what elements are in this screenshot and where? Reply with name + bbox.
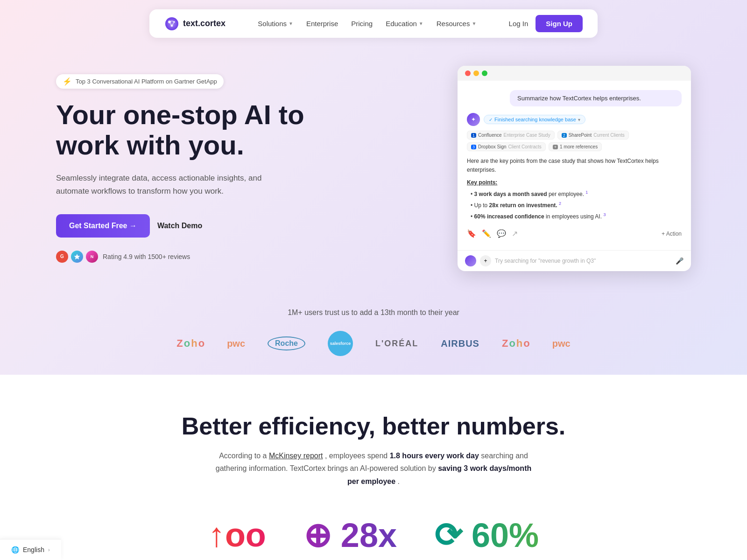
section-title: Better efficiency, better numbers. bbox=[56, 412, 691, 440]
rating-text: Rating 4.9 with 1500+ reviews bbox=[103, 253, 190, 260]
logo-icon bbox=[164, 16, 179, 31]
metric-roi: ⊕ 28x bbox=[303, 516, 397, 555]
key-points-title: Key points: bbox=[467, 179, 682, 186]
language-label: English bbox=[23, 546, 44, 553]
logos-row: Zoho pwc Roche salesforce L'ORÉAL AIRBUS… bbox=[28, 331, 719, 356]
source-sharepoint: 2 SharePoint Current Clients bbox=[557, 131, 629, 140]
nav-item-education[interactable]: Education ▼ bbox=[386, 20, 423, 28]
action-button[interactable]: + Action bbox=[662, 231, 682, 237]
mckinsey-link[interactable]: McKinsey report bbox=[269, 452, 323, 460]
mockup-input-row: + Try searching for "revenue growth in Q… bbox=[458, 250, 691, 271]
nav-item-pricing[interactable]: Pricing bbox=[351, 20, 373, 28]
logo-roche: Roche bbox=[268, 336, 305, 350]
chevron-down-icon: ▼ bbox=[289, 21, 293, 26]
bookmark-icon[interactable]: 🔖 bbox=[467, 229, 476, 238]
check-icon: ✓ bbox=[489, 117, 493, 122]
hero-title: Your one-stop AI to work with you. bbox=[56, 100, 317, 161]
key-points-list: 3 work days a month saved per employee. … bbox=[467, 189, 682, 222]
g2-logo: G bbox=[56, 251, 68, 263]
trust-title: 1M+ users trust us to add a 13th month t… bbox=[28, 308, 719, 317]
logo-zoho-2: Zoho bbox=[502, 337, 530, 350]
get-started-button[interactable]: Get Started Free → bbox=[56, 214, 150, 238]
input-avatar bbox=[465, 255, 476, 266]
hero-title-line1: Your one-stop AI to bbox=[56, 99, 304, 130]
logo-zoho-1: Zoho bbox=[176, 337, 204, 350]
chevron-down-icon-res: ▼ bbox=[472, 21, 476, 26]
source-more: + 1 more references bbox=[549, 142, 602, 151]
logo[interactable]: text.cortex bbox=[164, 16, 226, 31]
metric-days-value: ↑oo bbox=[208, 516, 266, 554]
sources-row: 1 Confluence Enterprise Case Study 2 Sha… bbox=[467, 131, 682, 151]
hero-left: ⚡ Top 3 Conversational AI Platform on Ga… bbox=[56, 74, 317, 262]
better-section: Better efficiency, better numbers. Accor… bbox=[0, 375, 747, 560]
mockup-body: Summarize how TextCortex helps enterpris… bbox=[458, 81, 691, 250]
metric-confidence-value: ⟳ 60% bbox=[434, 516, 539, 555]
login-button[interactable]: Log In bbox=[509, 20, 529, 28]
watch-demo-button[interactable]: Watch Demo bbox=[157, 222, 202, 230]
nav-item-enterprise[interactable]: Enterprise bbox=[306, 20, 338, 28]
key-point-3: 60% increased confidence in employees us… bbox=[471, 211, 682, 222]
mockup-search-field[interactable]: Try searching for "revenue growth in Q3" bbox=[495, 258, 672, 264]
hero-buttons: Get Started Free → Watch Demo bbox=[56, 214, 317, 238]
logo-pwc-2: pwc bbox=[552, 338, 571, 349]
badge-icon: ⚡ bbox=[63, 77, 72, 86]
window-maximize-dot bbox=[482, 70, 487, 76]
source-confluence: 1 Confluence Enterprise Case Study bbox=[467, 131, 555, 140]
user-query-bubble: Summarize how TextCortex helps enterpris… bbox=[510, 90, 682, 106]
metric-roi-value: ⊕ 28x bbox=[303, 516, 397, 555]
comment-icon[interactable]: 💬 bbox=[497, 229, 506, 238]
share-icon[interactable]: ↗ bbox=[512, 229, 518, 238]
svg-point-0 bbox=[165, 17, 178, 30]
globe-icon: 🌐 bbox=[11, 546, 19, 553]
mockup-window: Summarize how TextCortex helps enterpris… bbox=[458, 66, 691, 271]
mockup-reaction-buttons: 🔖 ✏️ 💬 ↗ bbox=[467, 226, 518, 241]
nav-item-resources[interactable]: Resources ▼ bbox=[437, 20, 477, 28]
metric-confidence: ⟳ 60% bbox=[434, 516, 539, 555]
hero-badge: ⚡ Top 3 Conversational AI Platform on Ga… bbox=[56, 74, 224, 89]
window-close-dot bbox=[465, 70, 471, 76]
mockup-titlebar bbox=[458, 66, 691, 81]
trust-section: 1M+ users trust us to add a 13th month t… bbox=[0, 299, 747, 375]
notion-logo: N bbox=[86, 251, 98, 263]
navbar: text.cortex Solutions ▼ Enterprise Prici… bbox=[149, 9, 598, 38]
key-point-2: Up to 28x return on investment. 2 bbox=[471, 200, 682, 211]
stat-1: 1.8 hours every work day bbox=[390, 452, 479, 460]
microphone-icon[interactable]: 🎤 bbox=[676, 257, 684, 265]
window-minimize-dot bbox=[473, 70, 479, 76]
key-point-1: 3 work days a month saved per employee. … bbox=[471, 189, 682, 200]
language-chevron-icon: › bbox=[48, 547, 50, 553]
footer-language-bar[interactable]: 🌐 English › bbox=[0, 539, 61, 560]
logo-loreal: L'ORÉAL bbox=[375, 339, 418, 349]
rating-logos: G N bbox=[56, 251, 98, 263]
mockup-action-row: 🔖 ✏️ 💬 ↗ + Action bbox=[467, 226, 682, 241]
logo-pwc-1: pwc bbox=[227, 338, 245, 349]
metrics-row: ↑oo ⊕ 28x ⟳ 60% bbox=[56, 506, 691, 560]
response-intro-text: Here are the key points from the case st… bbox=[467, 157, 682, 175]
chevron-down-icon-edu: ▼ bbox=[419, 21, 423, 26]
hero-right: Summarize how TextCortex helps enterpris… bbox=[458, 66, 691, 271]
edit-icon[interactable]: ✏️ bbox=[482, 229, 491, 238]
metric-days: ↑oo bbox=[208, 516, 266, 555]
section-desc: According to a McKinsey report , employe… bbox=[215, 449, 532, 488]
badge-text: Top 3 Conversational AI Platform on Gart… bbox=[76, 78, 217, 85]
navbar-wrapper: text.cortex Solutions ▼ Enterprise Prici… bbox=[0, 0, 747, 47]
status-text: Finished searching knowledge base bbox=[494, 117, 576, 122]
status-chevron: ▾ bbox=[578, 117, 580, 122]
nav-links: Solutions ▼ Enterprise Pricing Education… bbox=[258, 20, 476, 28]
hero-section: ⚡ Top 3 Conversational AI Platform on Ga… bbox=[0, 47, 747, 299]
logo-text: text.cortex bbox=[183, 19, 226, 28]
nav-item-solutions[interactable]: Solutions ▼ bbox=[258, 20, 293, 28]
rating-area: G N Rating 4.9 with 1500+ reviews bbox=[56, 251, 317, 263]
source-dropbox: 3 Dropbox Sign Client Contracts bbox=[467, 142, 546, 151]
ai-response-header: ✦ ✓ Finished searching knowledge base ▾ bbox=[467, 113, 682, 126]
desc-prefix: According to a bbox=[219, 452, 269, 460]
ai-avatar: ✦ bbox=[467, 113, 480, 126]
hero-title-line2: work with you. bbox=[56, 130, 244, 160]
add-button[interactable]: + bbox=[480, 255, 491, 266]
desc-end: . bbox=[398, 477, 400, 485]
logo-salesforce: salesforce bbox=[328, 331, 353, 356]
product-hunt-logo bbox=[71, 251, 83, 263]
status-pill: ✓ Finished searching knowledge base ▾ bbox=[484, 115, 585, 124]
nav-actions: Log In Sign Up bbox=[509, 15, 583, 32]
signup-button[interactable]: Sign Up bbox=[536, 15, 583, 32]
